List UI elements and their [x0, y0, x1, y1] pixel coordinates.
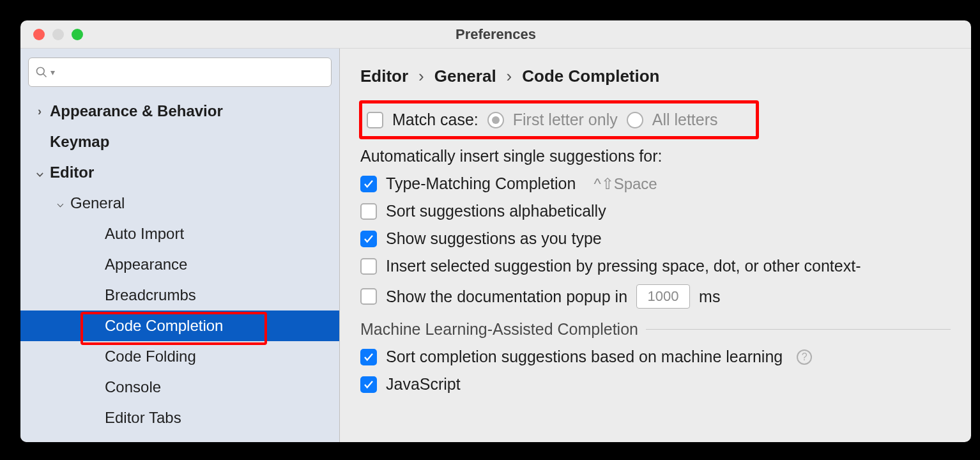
sort-alpha-row: Sort suggestions alphabetically	[360, 202, 951, 220]
auto-insert-label: Automatically insert single suggestions …	[360, 147, 951, 165]
all-letters-radio[interactable]	[627, 112, 643, 128]
window-controls	[20, 29, 83, 40]
sidebar-item-label: Code Folding	[105, 348, 196, 365]
sidebar-item-label: Editor Tabs	[105, 409, 181, 427]
show-type-checkbox[interactable]	[360, 231, 377, 247]
sidebar-item-label: Appearance	[105, 256, 187, 273]
doc-popup-input[interactable]	[636, 284, 690, 309]
window-body: ▾ ›Appearance & Behavior·Keymap⌵Editor⌵G…	[20, 49, 971, 442]
sidebar-item-code-completion[interactable]: ·Code Completion	[20, 310, 339, 341]
zoom-icon[interactable]	[72, 29, 83, 40]
breadcrumb-a: Editor	[360, 66, 408, 86]
match-case-row: Match case: First letter only All letter…	[360, 102, 951, 138]
sidebar-item-label: Auto Import	[105, 225, 184, 243]
settings-content: Editor › General › Code Completion Match…	[340, 49, 971, 442]
show-type-row: Show suggestions as you type	[360, 229, 951, 248]
sidebar-item-general[interactable]: ⌵General	[20, 188, 339, 218]
search-icon	[35, 66, 48, 79]
insert-space-row: Insert selected suggestion by pressing s…	[360, 257, 951, 275]
breadcrumb-b: General	[434, 66, 496, 86]
breadcrumb-c: Code Completion	[522, 66, 659, 86]
sidebar-item-keymap[interactable]: ·Keymap	[20, 126, 339, 157]
type-matching-label: Type-Matching Completion	[386, 174, 576, 193]
match-case-checkbox[interactable]	[367, 112, 383, 128]
match-case-label: Match case:	[392, 111, 479, 129]
ml-js-row: JavaScript	[360, 375, 951, 394]
sidebar-item-console[interactable]: ·Console	[20, 372, 339, 402]
svg-point-0	[37, 68, 45, 75]
titlebar: Preferences	[20, 20, 971, 49]
sidebar: ▾ ›Appearance & Behavior·Keymap⌵Editor⌵G…	[20, 49, 340, 442]
type-matching-checkbox[interactable]	[360, 176, 377, 192]
sidebar-item-label: Code Completion	[105, 317, 223, 335]
ml-sort-label: Sort completion suggestions based on mac…	[386, 348, 783, 366]
divider	[646, 329, 951, 330]
sort-alpha-checkbox[interactable]	[360, 203, 377, 220]
close-icon[interactable]	[33, 29, 45, 40]
settings-tree[interactable]: ›Appearance & Behavior·Keymap⌵Editor⌵Gen…	[20, 96, 339, 442]
ml-group-header: Machine Learning-Assisted Completion	[360, 320, 951, 339]
sidebar-item-auto-import[interactable]: ·Auto Import	[20, 218, 339, 249]
preferences-window: Preferences ▾ ›Appearance & Behavior·Key…	[20, 20, 971, 442]
doc-popup-prefix: Show the documentation popup in	[386, 288, 627, 306]
chevron-down-icon: ⌵	[54, 196, 66, 210]
minimize-icon[interactable]	[52, 29, 64, 40]
chevron-down-icon: ▾	[50, 67, 55, 77]
ml-header-label: Machine Learning-Assisted Completion	[360, 320, 638, 339]
first-letter-label: First letter only	[513, 111, 618, 129]
insert-space-label: Insert selected suggestion by pressing s…	[386, 257, 861, 275]
all-letters-label: All letters	[652, 111, 718, 129]
breadcrumb-sep: ›	[418, 66, 424, 86]
sidebar-item-label: Editor	[50, 164, 94, 181]
search-container: ▾	[20, 49, 339, 96]
sidebar-item-label: Keymap	[50, 133, 109, 151]
ml-sort-checkbox[interactable]	[360, 349, 377, 365]
sort-alpha-label: Sort suggestions alphabetically	[386, 202, 606, 220]
first-letter-radio[interactable]	[487, 112, 504, 128]
doc-popup-checkbox[interactable]	[360, 288, 377, 305]
insert-space-checkbox[interactable]	[360, 258, 377, 275]
show-type-label: Show suggestions as you type	[386, 229, 602, 248]
chevron-down-icon: ⌵	[33, 165, 46, 180]
sidebar-item-appearance-behavior[interactable]: ›Appearance & Behavior	[20, 96, 339, 126]
chevron-right-icon: ›	[33, 105, 46, 118]
ml-sort-row: Sort completion suggestions based on mac…	[360, 348, 951, 366]
ml-js-checkbox[interactable]	[360, 376, 377, 393]
type-matching-shortcut: ^⇧Space	[593, 175, 657, 193]
sidebar-item-appearance[interactable]: ·Appearance	[20, 249, 339, 280]
doc-popup-suffix: ms	[699, 288, 720, 306]
sidebar-item-label: Appearance & Behavior	[50, 102, 223, 120]
sidebar-item-editor-tabs[interactable]: ·Editor Tabs	[20, 402, 339, 433]
sidebar-item-editor[interactable]: ⌵Editor	[20, 157, 339, 188]
sidebar-item-label: General	[70, 194, 125, 212]
sidebar-item-label: Console	[105, 378, 161, 396]
sidebar-item-breadcrumbs[interactable]: ·Breadcrumbs	[20, 280, 339, 310]
help-icon[interactable]: ?	[797, 349, 812, 365]
ml-js-label: JavaScript	[386, 375, 461, 394]
sidebar-item-code-folding[interactable]: ·Code Folding	[20, 341, 339, 372]
search-input[interactable]: ▾	[28, 57, 332, 87]
sidebar-item-label: Breadcrumbs	[105, 286, 196, 304]
breadcrumb-sep: ›	[507, 66, 512, 86]
doc-popup-row: Show the documentation popup in ms	[360, 284, 951, 309]
window-title: Preferences	[456, 26, 536, 43]
type-matching-row: Type-Matching Completion ^⇧Space	[360, 174, 951, 193]
breadcrumb: Editor › General › Code Completion	[360, 66, 951, 86]
svg-line-1	[43, 74, 47, 77]
